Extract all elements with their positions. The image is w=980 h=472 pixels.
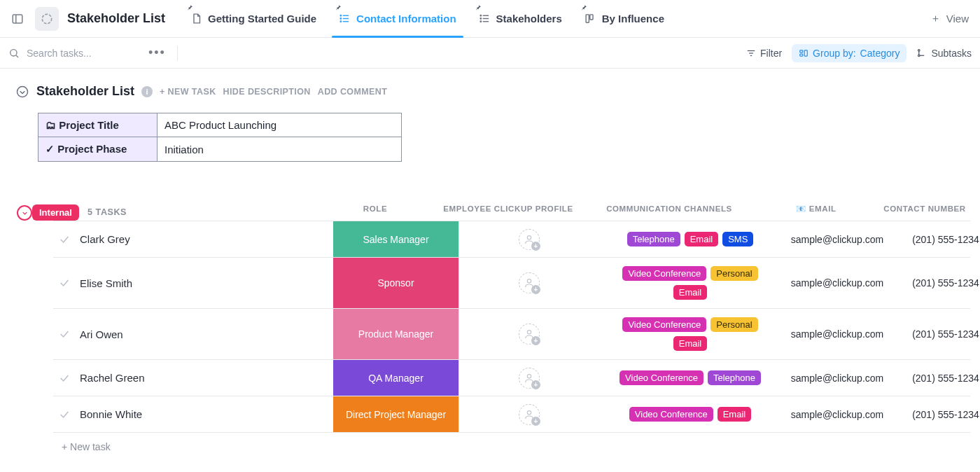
svg-rect-16 [590, 15, 593, 20]
contact-cell[interactable]: (201) 555-1234 [893, 396, 980, 432]
column-header-profile[interactable]: EMPLOYEE CLICKUP PROFILE [438, 204, 578, 220]
task-row[interactable]: Rachel GreenQA Manager+Video ConferenceT… [53, 360, 970, 396]
tab-label: By Influence [602, 13, 664, 25]
channel-tag[interactable]: Email [673, 285, 708, 300]
channel-tag[interactable]: Personal [710, 317, 757, 332]
add-comment-button[interactable]: ADD COMMENT [318, 87, 388, 97]
check-icon[interactable] [59, 234, 70, 245]
channels-cell[interactable]: Video ConferenceEmail [599, 396, 781, 432]
sidebar-toggle-icon[interactable] [6, 7, 29, 31]
channel-tag[interactable]: Video Conference [629, 407, 713, 422]
check-icon[interactable] [59, 328, 70, 340]
profile-cell[interactable]: + [459, 221, 599, 257]
role-cell[interactable]: Sponsor [333, 258, 459, 308]
svg-rect-22 [800, 50, 803, 52]
task-name-cell[interactable]: Bonnie White [53, 396, 333, 432]
svg-point-28 [527, 235, 531, 239]
project-title-value[interactable]: ABC Product Launching [158, 113, 402, 137]
task-name-cell[interactable]: Clark Grey [53, 221, 333, 257]
email-cell[interactable]: sample@clickup.com [781, 221, 893, 257]
tab-contact-information[interactable]: Contact Information [328, 0, 468, 37]
new-task-row[interactable]: + New task [53, 433, 970, 461]
check-icon[interactable] [59, 373, 70, 384]
channel-tag[interactable]: SMS [722, 232, 753, 247]
task-row[interactable]: Bonnie WhiteDirect Project Manager+Video… [53, 396, 970, 433]
role-cell[interactable]: QA Manager [333, 360, 459, 396]
search-box[interactable] [8, 47, 137, 60]
channels-cell[interactable]: TelephoneEmailSMS [599, 221, 781, 257]
task-name-cell[interactable]: Rachel Green [53, 360, 333, 396]
task-row[interactable]: Ari OwenProduct Manager+Video Conference… [53, 309, 970, 360]
task-name-cell[interactable]: Elise Smith [53, 258, 333, 308]
subtasks-icon [916, 48, 927, 58]
email-cell[interactable]: sample@clickup.com [781, 309, 893, 359]
channel-tag[interactable]: Email [673, 336, 708, 351]
email-cell[interactable]: sample@clickup.com [781, 258, 893, 308]
channel-tag[interactable]: Telephone [627, 232, 680, 247]
profile-cell[interactable]: + [459, 396, 599, 432]
column-header-contact[interactable]: CONTACT NUMBER [872, 204, 977, 220]
contact-cell[interactable]: (201) 555-1234 [893, 258, 980, 308]
tab-by-influence[interactable]: By Influence [573, 0, 676, 37]
channels-cell[interactable]: Video ConferenceTelephone [599, 360, 781, 396]
role-cell[interactable]: Direct Project Manager [333, 396, 459, 432]
channel-tag[interactable]: Email [685, 232, 719, 247]
subtasks-button[interactable]: Subtasks [916, 48, 972, 59]
column-header-channels[interactable]: COMMUNICATION CHANNELS [578, 204, 760, 220]
task-row[interactable]: Elise SmithSponsor+Video ConferencePerso… [53, 258, 970, 309]
project-info-table: 🗂 Project Title ABC Product Launching ✓ … [38, 113, 402, 162]
channel-tag[interactable]: Video Conference [622, 266, 706, 281]
svg-point-30 [527, 331, 531, 334]
channels-cell[interactable]: Video ConferencePersonalEmail [599, 258, 781, 308]
filter-button[interactable]: Filter [746, 48, 782, 59]
email-cell[interactable]: sample@clickup.com [781, 360, 893, 396]
role-cell[interactable]: Product Manager [333, 309, 459, 359]
info-icon[interactable]: i [141, 86, 153, 97]
project-phase-value[interactable]: Initiation [158, 137, 402, 162]
column-header-role[interactable]: ROLE [312, 204, 438, 220]
more-menu-button[interactable]: ••• [144, 46, 170, 60]
check-icon[interactable] [59, 277, 70, 289]
new-task-button[interactable]: + NEW TASK [160, 87, 216, 97]
project-phase-row: ✓ Project Phase Initiation [38, 137, 402, 162]
assign-user-icon[interactable]: + [519, 368, 540, 389]
profile-cell[interactable]: + [459, 360, 599, 396]
assign-user-icon[interactable]: + [519, 404, 540, 425]
channel-tag[interactable]: Video Conference [620, 370, 704, 385]
task-name-cell[interactable]: Ari Owen [53, 309, 333, 359]
contact-cell[interactable]: (201) 555-1234 [893, 309, 980, 359]
top-tab-bar: Stakeholder List Getting Started GuideCo… [0, 0, 980, 38]
tab-label: Getting Started Guide [208, 13, 316, 25]
chevron-down-circle-icon[interactable] [15, 85, 29, 99]
assign-user-icon[interactable]: + [519, 229, 540, 250]
group-by-button[interactable]: Group by: Category [792, 44, 906, 62]
email-cell[interactable]: sample@clickup.com [781, 396, 893, 432]
group-name-pill[interactable]: Internal [32, 204, 79, 221]
tab-stakeholders[interactable]: Stakeholders [468, 0, 573, 37]
task-name: Ari Owen [80, 328, 123, 340]
channel-tag[interactable]: Telephone [708, 370, 761, 385]
column-header-email[interactable]: 📧 EMAIL [760, 204, 872, 221]
channel-tag[interactable]: Video Conference [622, 317, 706, 332]
channel-tag[interactable]: Email [718, 407, 752, 422]
top-left: Stakeholder List [6, 0, 179, 37]
channels-cell[interactable]: Video ConferencePersonalEmail [599, 309, 781, 359]
contact-cell[interactable]: (201) 555-1234 [893, 221, 980, 257]
contact-cell[interactable]: (201) 555-1234 [893, 360, 980, 396]
task-row[interactable]: Clark GreySales Manager+TelephoneEmailSM… [53, 221, 970, 258]
search-input[interactable] [25, 47, 137, 60]
role-cell[interactable]: Sales Manager [333, 221, 459, 257]
tool-right: Filter Group by: Category Subtasks [746, 44, 972, 62]
assign-user-icon[interactable]: + [519, 272, 540, 293]
assign-user-icon[interactable]: + [519, 324, 540, 345]
add-view-button[interactable]: ＋ View [919, 0, 980, 37]
group-collapse-icon[interactable] [17, 205, 32, 221]
svg-point-7 [340, 18, 341, 19]
group-by-value: Category [860, 48, 900, 59]
tab-getting-started-guide[interactable]: Getting Started Guide [179, 0, 328, 37]
profile-cell[interactable]: + [459, 258, 599, 308]
check-icon[interactable] [59, 409, 70, 420]
hide-description-button[interactable]: HIDE DESCRIPTION [223, 87, 311, 97]
channel-tag[interactable]: Personal [710, 266, 757, 281]
profile-cell[interactable]: + [459, 309, 599, 359]
